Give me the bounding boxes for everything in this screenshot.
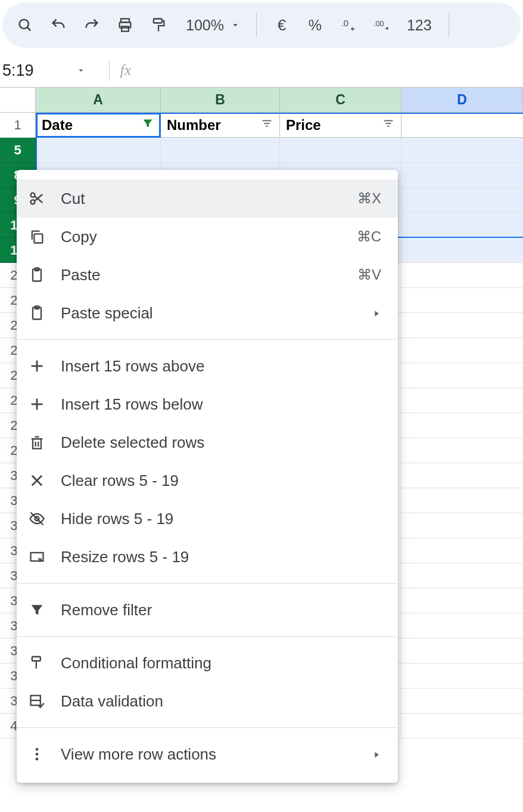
menu-label: Cut — [61, 190, 343, 208]
menu-paste[interactable]: Paste ⌘V — [17, 256, 398, 294]
cell-b1[interactable]: Number — [161, 113, 280, 138]
cell[interactable] — [401, 213, 523, 238]
cell[interactable] — [401, 689, 523, 714]
svg-point-40 — [36, 748, 39, 751]
name-box[interactable]: 5:19 — [2, 61, 98, 80]
menu-delete-rows[interactable]: Delete selected rows — [17, 423, 398, 461]
cell-c1[interactable]: Price — [280, 113, 401, 138]
menu-label: Paste — [61, 266, 343, 284]
fx-icon: fx — [120, 61, 132, 79]
zoom-value: 100% — [186, 17, 224, 34]
svg-rect-5 — [154, 19, 162, 23]
toolbar-separator — [256, 13, 257, 37]
menu-label: Conditional formatting — [61, 654, 381, 672]
menu-separator — [17, 727, 398, 728]
cell[interactable] — [401, 538, 523, 563]
cell[interactable] — [401, 313, 523, 338]
filter-icon — [27, 600, 46, 619]
menu-label: Hide rows 5 - 19 — [61, 510, 381, 528]
cell[interactable] — [401, 639, 523, 664]
toolbar-separator — [449, 13, 449, 37]
menu-conditional-formatting[interactable]: Conditional formatting — [17, 644, 398, 682]
cell[interactable] — [401, 613, 523, 639]
cell[interactable] — [401, 138, 523, 163]
cell[interactable] — [401, 263, 523, 288]
cell[interactable] — [161, 138, 280, 163]
filter-icon[interactable] — [260, 117, 273, 134]
cell-value: Date — [42, 117, 73, 134]
menu-clear-rows[interactable]: Clear rows 5 - 19 — [17, 461, 398, 500]
cell[interactable] — [36, 138, 161, 163]
row-header[interactable]: 5 — [0, 138, 36, 163]
undo-icon[interactable] — [44, 11, 73, 39]
filter-icon[interactable] — [141, 117, 154, 134]
menu-separator — [17, 583, 398, 584]
hide-icon — [27, 509, 46, 528]
resize-icon — [27, 547, 46, 566]
cell[interactable] — [401, 363, 523, 388]
menu-shortcut: ⌘V — [357, 266, 381, 283]
cell[interactable] — [401, 288, 523, 313]
cell[interactable] — [401, 388, 523, 413]
cell[interactable] — [401, 163, 523, 188]
menu-hide-rows[interactable]: Hide rows 5 - 19 — [17, 500, 398, 538]
menu-more-row-actions[interactable]: View more row actions — [17, 735, 398, 773]
print-icon[interactable] — [111, 11, 139, 39]
menu-label: Insert 15 rows above — [61, 357, 381, 376]
cell[interactable] — [401, 188, 523, 213]
cell[interactable] — [401, 438, 523, 463]
cell[interactable] — [401, 413, 523, 438]
paint-format-icon[interactable] — [144, 11, 173, 39]
column-header-b[interactable]: B — [161, 88, 280, 113]
menu-shortcut: ⌘X — [357, 190, 381, 207]
row-header[interactable]: 1 — [0, 113, 36, 138]
menu-copy[interactable]: Copy ⌘C — [17, 218, 398, 256]
menu-remove-filter[interactable]: Remove filter — [17, 591, 398, 629]
select-all-corner[interactable] — [0, 88, 36, 113]
menu-shortcut: ⌘C — [357, 228, 381, 245]
cell-a1[interactable]: Date — [36, 113, 161, 138]
menu-insert-rows-above[interactable]: Insert 15 rows above — [17, 347, 398, 385]
cell[interactable] — [401, 513, 523, 538]
decrease-decimal-button[interactable]: .0 — [334, 11, 363, 39]
svg-text:.00: .00 — [373, 20, 384, 28]
separator — [109, 60, 110, 81]
cell-value: Price — [286, 117, 321, 134]
column-header-c[interactable]: C — [280, 88, 401, 113]
cell[interactable] — [401, 338, 523, 363]
menu-separator — [17, 339, 398, 340]
cell[interactable] — [401, 588, 523, 613]
cell[interactable] — [401, 714, 523, 739]
column-header-d[interactable]: D — [401, 88, 523, 113]
svg-point-42 — [36, 758, 39, 761]
menu-label: Insert 15 rows below — [61, 395, 381, 414]
increase-decimal-button[interactable]: .00 — [368, 11, 396, 39]
cell-d1[interactable] — [401, 113, 523, 138]
percent-format-button[interactable]: % — [301, 11, 329, 39]
svg-text:.0: .0 — [341, 18, 348, 28]
currency-format-button[interactable]: € — [267, 11, 296, 39]
menu-insert-rows-below[interactable]: Insert 15 rows below — [17, 385, 398, 423]
search-icon[interactable] — [11, 11, 39, 39]
svg-line-1 — [27, 27, 31, 31]
menu-label: Delete selected rows — [61, 433, 381, 452]
menu-paste-special[interactable]: Paste special — [17, 294, 398, 332]
cell[interactable] — [401, 563, 523, 588]
more-formats-button[interactable]: 123 — [401, 11, 438, 39]
cell[interactable] — [401, 488, 523, 513]
cell[interactable] — [401, 664, 523, 689]
cell[interactable] — [401, 463, 523, 488]
menu-separator — [17, 636, 398, 637]
caret-down-icon — [230, 17, 241, 34]
cell[interactable] — [280, 138, 401, 163]
column-header-a[interactable]: A — [36, 88, 161, 113]
filter-icon[interactable] — [382, 117, 395, 134]
cell[interactable] — [401, 238, 523, 263]
menu-data-validation[interactable]: Data validation — [17, 682, 398, 720]
menu-cut[interactable]: Cut ⌘X — [17, 179, 398, 218]
redo-icon[interactable] — [77, 11, 106, 39]
zoom-dropdown[interactable]: 100% — [178, 17, 245, 34]
more-vertical-icon — [27, 745, 46, 764]
menu-resize-rows[interactable]: Resize rows 5 - 19 — [17, 538, 398, 576]
svg-point-41 — [36, 753, 39, 756]
